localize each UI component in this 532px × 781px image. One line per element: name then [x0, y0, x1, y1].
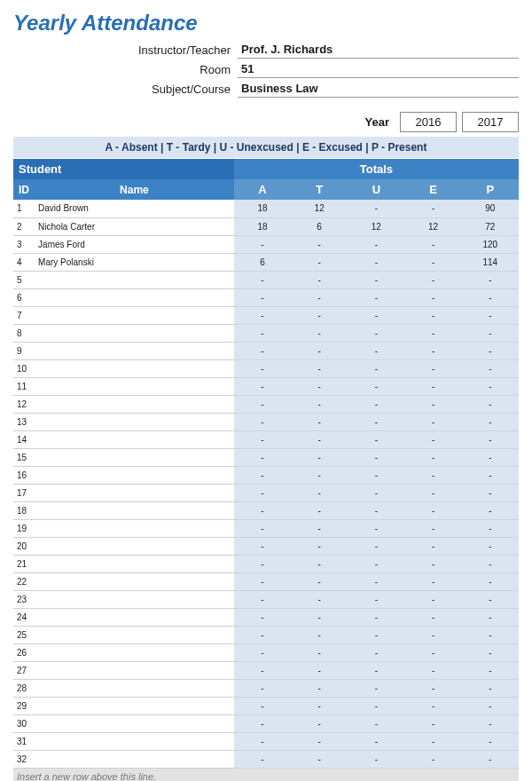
cell-id: 30: [13, 714, 35, 732]
cell-id: 16: [13, 466, 35, 484]
subject-label: Subject/Course: [13, 83, 238, 96]
cell-name[interactable]: [35, 608, 234, 626]
table-row[interactable]: 8-----: [13, 324, 519, 342]
table-row[interactable]: 6-----: [13, 288, 519, 306]
table-row[interactable]: 10-----: [13, 359, 519, 377]
cell-name[interactable]: [35, 626, 234, 643]
instructor-value[interactable]: Prof. J. Richards: [238, 41, 519, 59]
table-row[interactable]: 25-----: [13, 626, 519, 643]
header-student: Student: [13, 159, 234, 179]
cell-name[interactable]: [35, 750, 234, 768]
cell-name[interactable]: [35, 395, 234, 413]
cell-u: -: [348, 643, 404, 661]
table-row[interactable]: 1David Brown1812--90: [13, 200, 519, 217]
table-row[interactable]: 28-----: [13, 679, 519, 697]
table-row[interactable]: 4Mary Polanski6---114: [13, 253, 519, 271]
cell-p: -: [462, 484, 519, 501]
cell-id: 1: [13, 200, 35, 217]
cell-name[interactable]: [35, 714, 234, 732]
cell-name[interactable]: [35, 537, 234, 555]
year-2-box[interactable]: 2017: [462, 112, 519, 132]
cell-u: -: [348, 306, 404, 324]
table-row[interactable]: 16-----: [13, 466, 519, 484]
cell-name[interactable]: [35, 413, 234, 430]
cell-e: -: [404, 413, 461, 430]
cell-name[interactable]: [35, 271, 234, 288]
table-row[interactable]: 20-----: [13, 537, 519, 555]
cell-e: -: [404, 555, 461, 572]
table-row[interactable]: 24-----: [13, 608, 519, 626]
cell-a: -: [234, 732, 291, 750]
table-row[interactable]: 5-----: [13, 271, 519, 288]
table-row[interactable]: 18-----: [13, 501, 519, 519]
cell-u: -: [348, 235, 404, 253]
cell-name[interactable]: [35, 484, 234, 501]
cell-t: -: [291, 537, 348, 555]
cell-name[interactable]: Nichola Carter: [35, 217, 234, 235]
table-row[interactable]: 13-----: [13, 413, 519, 430]
cell-a: -: [234, 377, 291, 395]
cell-p: -: [462, 750, 519, 768]
table-row[interactable]: 26-----: [13, 643, 519, 661]
table-row[interactable]: 17-----: [13, 484, 519, 501]
cell-name[interactable]: David Brown: [35, 200, 234, 217]
table-row[interactable]: 2Nichola Carter186121272: [13, 217, 519, 235]
table-row[interactable]: 31-----: [13, 732, 519, 750]
cell-name[interactable]: [35, 430, 234, 448]
table-row[interactable]: 14-----: [13, 430, 519, 448]
cell-name[interactable]: [35, 466, 234, 484]
year-label: Year: [365, 115, 389, 129]
table-row[interactable]: 15-----: [13, 448, 519, 466]
cell-name[interactable]: James Ford: [35, 235, 234, 253]
table-row[interactable]: 29-----: [13, 697, 519, 714]
table-row[interactable]: 32-----: [13, 750, 519, 768]
cell-name[interactable]: [35, 697, 234, 714]
cell-name[interactable]: [35, 342, 234, 359]
cell-name[interactable]: [35, 448, 234, 466]
table-row[interactable]: 19-----: [13, 519, 519, 537]
table-row[interactable]: 9-----: [13, 342, 519, 359]
cell-name[interactable]: [35, 661, 234, 679]
cell-name[interactable]: [35, 643, 234, 661]
cell-p: -: [462, 448, 519, 466]
cell-id: 2: [13, 217, 35, 235]
cell-name[interactable]: [35, 590, 234, 608]
cell-name[interactable]: [35, 679, 234, 697]
cell-name[interactable]: [35, 306, 234, 324]
table-row[interactable]: 21-----: [13, 555, 519, 572]
cell-name[interactable]: [35, 324, 234, 342]
cell-name[interactable]: [35, 288, 234, 306]
cell-name[interactable]: [35, 377, 234, 395]
cell-name[interactable]: Mary Polanski: [35, 253, 234, 271]
table-row[interactable]: 22-----: [13, 572, 519, 590]
insert-hint: Insert a new row above this line.: [13, 768, 519, 781]
cell-id: 13: [13, 413, 35, 430]
room-value[interactable]: 51: [238, 60, 519, 78]
table-row[interactable]: 7-----: [13, 306, 519, 324]
cell-name[interactable]: [35, 359, 234, 377]
cell-a: 18: [234, 217, 291, 235]
table-row[interactable]: 12-----: [13, 395, 519, 413]
cell-e: -: [404, 359, 461, 377]
table-row[interactable]: 3James Ford----120: [13, 235, 519, 253]
table-row[interactable]: 27-----: [13, 661, 519, 679]
cell-name[interactable]: [35, 732, 234, 750]
cell-name[interactable]: [35, 501, 234, 519]
cell-id: 6: [13, 288, 35, 306]
table-row[interactable]: 11-----: [13, 377, 519, 395]
subject-value[interactable]: Business Law: [238, 80, 519, 98]
year-1-box[interactable]: 2016: [400, 112, 457, 132]
cell-u: -: [348, 359, 404, 377]
cell-name[interactable]: [35, 519, 234, 537]
cell-e: -: [404, 732, 461, 750]
cell-u: 12: [348, 217, 404, 235]
table-row[interactable]: 30-----: [13, 714, 519, 732]
cell-name[interactable]: [35, 555, 234, 572]
cell-t: -: [291, 626, 348, 643]
table-row[interactable]: 23-----: [13, 590, 519, 608]
cell-e: -: [404, 200, 461, 217]
cell-e: -: [404, 271, 461, 288]
cell-a: -: [234, 342, 291, 359]
cell-name[interactable]: [35, 572, 234, 590]
cell-u: -: [348, 501, 404, 519]
